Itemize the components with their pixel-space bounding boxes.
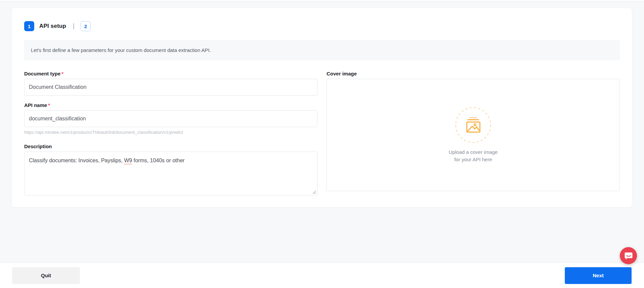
document-type-input[interactable] (24, 79, 317, 96)
upload-instructions: Upload a cover image for your API here (449, 149, 498, 163)
upload-circle (455, 107, 491, 143)
required-asterisk: * (48, 102, 50, 108)
document-type-label-text: Document type (24, 71, 60, 76)
upload-instructions-line1: Upload a cover image (449, 149, 498, 156)
api-name-label-text: API name (24, 102, 47, 108)
description-text: Classify documents: Invoices, Payslips, (29, 158, 124, 163)
step-1-title: API setup (39, 23, 66, 30)
cover-image-upload-dropzone[interactable]: Upload a cover image for your API here (327, 79, 620, 191)
info-banner: Let's first define a few parameters for … (24, 40, 620, 60)
dashed-ring (455, 107, 491, 143)
api-name-input[interactable] (24, 110, 317, 127)
api-endpoint-url-hint: https://api.mindee.net/v1/products/Thiba… (24, 130, 317, 135)
api-setup-card: 1 API setup 2 Let's first define a few p… (12, 8, 632, 207)
info-banner-text: Let's first define a few parameters for … (31, 47, 211, 53)
top-navbar-edge (0, 0, 644, 1)
cover-image-column: Cover image (327, 71, 620, 195)
page: 1 API setup 2 Let's first define a few p… (0, 0, 644, 288)
textarea-resize-grip[interactable] (312, 190, 316, 194)
cover-image-label: Cover image (327, 71, 620, 76)
step-2-badge[interactable]: 2 (81, 21, 91, 31)
chat-messenger-icon (624, 251, 633, 260)
description-label: Description (24, 143, 317, 149)
upload-instructions-line2: for your API here (449, 156, 498, 163)
step-indicator: 1 API setup 2 (24, 21, 620, 31)
required-asterisk: * (61, 71, 63, 76)
chat-launcher-button[interactable] (620, 247, 637, 264)
step-divider (73, 23, 74, 30)
document-type-label: Document type* (24, 71, 317, 76)
step-1-badge[interactable]: 1 (24, 21, 34, 31)
form-column: Document type* API name* https://api.min… (24, 71, 317, 195)
api-name-label: API name* (24, 102, 317, 108)
form-columns: Document type* API name* https://api.min… (24, 71, 620, 195)
next-button[interactable]: Next (565, 267, 632, 284)
wizard-footer: Quit Next (0, 263, 644, 288)
description-misspelled-word: W9 (124, 158, 132, 163)
description-textarea[interactable]: Classify documents: Invoices, Payslips, … (24, 152, 317, 195)
quit-button[interactable]: Quit (12, 267, 80, 284)
description-text: forms, 1040s or other (132, 158, 185, 163)
